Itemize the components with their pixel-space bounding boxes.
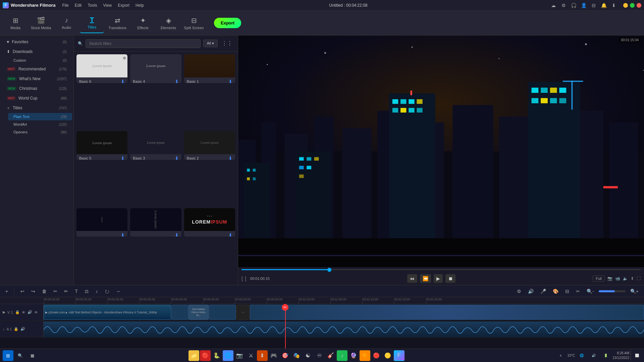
sidebar-item-custom[interactable]: Custom (0) (8, 57, 72, 64)
title-download-icon[interactable]: ⬇ (228, 79, 232, 83)
taskbar-app15[interactable]: 🟡 (382, 350, 393, 361)
color-tool[interactable]: 🎨 (551, 287, 560, 295)
preview-progress-bar[interactable] (241, 269, 641, 270)
video-clip-3[interactable]: Not Edited Oiece Hello, W... (189, 305, 209, 320)
video-track-volume-icon[interactable]: 🔊 (28, 310, 32, 314)
sidebar-item-recommended[interactable]: HOT Recommended (176) (1, 64, 72, 74)
sidebar-item-titles[interactable]: ▼ Titles (747) (1, 103, 72, 113)
taskbar-app6[interactable]: ⬇ (257, 350, 268, 361)
add-media-button[interactable]: + (3, 287, 10, 295)
zoom-out-button[interactable]: 🔍- (585, 287, 596, 295)
menu-tools[interactable]: Tools (85, 2, 100, 8)
sidebar-item-christmas[interactable]: NEW Christmas (125) (1, 84, 72, 93)
toolbar-effects[interactable]: ✦ Effects (131, 13, 155, 33)
adjust-tool[interactable]: ⚖ (83, 287, 91, 295)
headset-icon[interactable]: 🎧 (570, 2, 577, 9)
sidebar-item-whats-new[interactable]: NEW What's New (2297) (1, 74, 72, 83)
video-clip-4[interactable] (209, 305, 236, 320)
video-track-lock-icon[interactable]: 🔒 (15, 310, 20, 314)
split-tool[interactable]: ⊟ (563, 287, 571, 295)
video-clip-6[interactable] (250, 305, 644, 320)
taskbar-app8[interactable]: 🎯 (280, 350, 290, 361)
taskbar-vlc[interactable]: 🔶 (360, 350, 370, 361)
camera-icon[interactable]: 📹 (615, 276, 620, 281)
video-clip-2[interactable] (171, 305, 188, 320)
close-button[interactable] (637, 3, 641, 8)
video-track-play-icon[interactable]: ▶ (3, 310, 5, 314)
taskbar-filmora-active[interactable]: F (394, 350, 405, 361)
taskbar-app14[interactable]: 🔴 (371, 350, 382, 361)
show-desktop-button[interactable]: ⬜ (631, 350, 641, 361)
menu-export[interactable]: Export (115, 2, 132, 8)
pen-tool[interactable]: ✏ (62, 287, 70, 295)
title-download-icon[interactable]: ⬇ (175, 79, 179, 83)
export-button[interactable]: Export (214, 18, 241, 28)
stop-button[interactable]: ⏹ (445, 274, 455, 283)
layout-icon[interactable]: ⊟ (590, 2, 597, 9)
title-card-7[interactable]: | ⬇ (76, 208, 127, 237)
toolbar-elements[interactable]: ◈ Elements (156, 13, 180, 33)
title-card-basic4[interactable]: Lorem ipsum Basic 4 ⬇ (130, 54, 181, 83)
cloud-icon[interactable]: ☁ (550, 2, 557, 9)
maximize-button[interactable] (630, 3, 635, 8)
taskbar-volume-icon[interactable]: 🔊 (588, 350, 599, 361)
zoom-level[interactable]: Full (593, 276, 605, 282)
toolbar-stock-media[interactable]: 🎬 Stock Media (29, 13, 53, 33)
video-track-mute-icon[interactable]: 👁 (34, 310, 38, 314)
menu-edit[interactable]: Edit (72, 2, 85, 8)
taskbar-clock[interactable]: 8:26 AM 13/12/2022 (612, 351, 629, 360)
taskbar-battery-icon[interactable]: 🔋 (600, 350, 611, 361)
audio-tool[interactable]: ♪ (94, 287, 100, 295)
audio-clip[interactable] (44, 321, 644, 337)
title-card-basic5[interactable]: Lorem ipsum Basic 5 ⬇ (76, 131, 127, 160)
play-button[interactable]: ▶ (434, 274, 443, 283)
zoom-slider[interactable] (599, 290, 626, 292)
taskbar-chrome[interactable]: 🌐 (223, 350, 233, 361)
task-view-button[interactable]: ▦ (27, 350, 38, 361)
title-download-icon[interactable]: ⬇ (121, 232, 125, 237)
mark-in-button[interactable]: [ (241, 276, 243, 281)
toolbar-transitions[interactable]: ⇄ Transitions (105, 13, 129, 33)
filter-dropdown[interactable]: All ▾ (203, 40, 218, 47)
effects-tool[interactable]: ⭮ (103, 287, 111, 295)
title-card-basic6[interactable]: Lorem ipsum ⊕ Basic 6 ⬇ (76, 54, 127, 83)
toolbar-audio[interactable]: ♪ Audio (54, 13, 78, 33)
title-download-icon[interactable]: ⬇ (175, 156, 179, 160)
title-download-icon[interactable]: ⬇ (228, 156, 232, 160)
mark-out-button[interactable]: ] (245, 276, 246, 281)
taskbar-app13[interactable]: 🔮 (348, 350, 359, 361)
audio-preview-icon[interactable]: 🔈 (623, 276, 628, 281)
title-download-icon[interactable]: ⬇ (121, 156, 125, 160)
preview-progress-handle[interactable] (327, 268, 331, 272)
audio-track-lock-icon[interactable]: 🔒 (14, 327, 18, 331)
redo-button[interactable]: ↪ (29, 287, 37, 295)
taskbar-app2[interactable]: 🔴 (200, 350, 211, 361)
taskbar-network-icon[interactable]: 🌐 (576, 350, 587, 361)
sidebar-item-favorites[interactable]: ♥ Favorites (0) (1, 37, 72, 47)
sidebar-item-openers[interactable]: Openers (96) (8, 128, 72, 136)
taskbar-app5[interactable]: ⚔ (246, 350, 256, 361)
delete-button[interactable]: 🗑 (40, 287, 49, 295)
notification-icon[interactable]: 🔔 (600, 2, 607, 9)
title-download-icon[interactable]: ⬇ (175, 232, 179, 237)
minimize-button[interactable] (623, 3, 628, 8)
search-input[interactable] (86, 39, 201, 48)
title-download-icon[interactable]: ⬇ (228, 232, 232, 237)
mic-tool[interactable]: 🎤 (538, 287, 548, 295)
video-clip-5[interactable]: → (236, 305, 250, 320)
video-track-eye-icon[interactable]: 👁 (22, 310, 25, 314)
screenshot-icon[interactable]: 📷 (607, 276, 612, 281)
taskbar-spotify[interactable]: ♪ (337, 350, 347, 361)
title-download-icon[interactable]: ⬇ (121, 79, 125, 83)
export-frame-icon[interactable]: ⬆ (631, 276, 634, 281)
search-taskbar-button[interactable]: 🔍 (15, 350, 25, 361)
taskbar-nvidia[interactable]: 🐍 (211, 350, 222, 361)
audio-track-mute-icon[interactable]: 🔊 (20, 327, 25, 331)
menu-view[interactable]: View (100, 2, 114, 8)
menu-help[interactable]: Help (133, 2, 147, 8)
grid-view-button[interactable]: ⋮⋮ (220, 39, 234, 48)
toolbar-titles[interactable]: T Titles (80, 13, 104, 33)
transition-tool[interactable]: ↔ (114, 287, 123, 295)
taskbar-explorer[interactable]: 📁 (189, 350, 199, 361)
speaker-tool[interactable]: 🔊 (526, 287, 536, 295)
